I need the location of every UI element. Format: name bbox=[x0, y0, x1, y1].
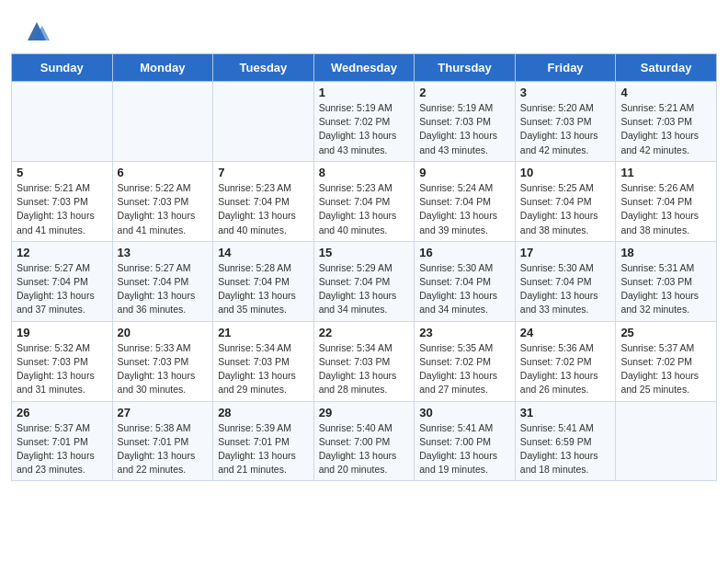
calendar-cell: 16Sunrise: 5:30 AM Sunset: 7:04 PM Dayli… bbox=[415, 241, 516, 321]
header-row: SundayMondayTuesdayWednesdayThursdayFrid… bbox=[12, 54, 717, 82]
logo bbox=[22, 17, 50, 44]
header-day-sunday: Sunday bbox=[12, 54, 113, 82]
day-number: 18 bbox=[620, 246, 711, 259]
day-number: 21 bbox=[218, 326, 309, 339]
day-number: 27 bbox=[118, 406, 209, 419]
day-number: 29 bbox=[319, 406, 410, 419]
day-info: Sunrise: 5:28 AM Sunset: 7:04 PM Dayligh… bbox=[218, 261, 309, 317]
calendar-cell bbox=[12, 82, 113, 162]
day-info: Sunrise: 5:27 AM Sunset: 7:04 PM Dayligh… bbox=[17, 261, 108, 317]
calendar-cell: 11Sunrise: 5:26 AM Sunset: 7:04 PM Dayli… bbox=[616, 161, 717, 241]
day-number: 19 bbox=[17, 326, 108, 339]
day-number: 31 bbox=[520, 406, 611, 419]
day-number: 25 bbox=[620, 326, 711, 339]
day-number: 7 bbox=[218, 166, 309, 179]
calendar-cell: 18Sunrise: 5:31 AM Sunset: 7:03 PM Dayli… bbox=[616, 241, 717, 321]
day-number: 15 bbox=[319, 246, 410, 259]
calendar-cell: 28Sunrise: 5:39 AM Sunset: 7:01 PM Dayli… bbox=[213, 401, 314, 481]
day-info: Sunrise: 5:19 AM Sunset: 7:02 PM Dayligh… bbox=[319, 101, 410, 157]
day-info: Sunrise: 5:20 AM Sunset: 7:03 PM Dayligh… bbox=[520, 101, 611, 157]
calendar-cell: 6Sunrise: 5:22 AM Sunset: 7:03 PM Daylig… bbox=[112, 161, 213, 241]
calendar-cell: 13Sunrise: 5:27 AM Sunset: 7:04 PM Dayli… bbox=[112, 241, 213, 321]
calendar-cell: 2Sunrise: 5:19 AM Sunset: 7:03 PM Daylig… bbox=[415, 82, 516, 162]
calendar-cell: 29Sunrise: 5:40 AM Sunset: 7:00 PM Dayli… bbox=[313, 401, 415, 481]
calendar-cell bbox=[213, 82, 314, 162]
calendar-week-3: 12Sunrise: 5:27 AM Sunset: 7:04 PM Dayli… bbox=[12, 241, 717, 321]
calendar-cell: 17Sunrise: 5:30 AM Sunset: 7:04 PM Dayli… bbox=[515, 241, 616, 321]
header-day-wednesday: Wednesday bbox=[313, 54, 415, 82]
day-number: 9 bbox=[419, 166, 510, 179]
calendar-wrapper: SundayMondayTuesdayWednesdayThursdayFrid… bbox=[0, 53, 728, 492]
day-number: 26 bbox=[17, 406, 108, 419]
day-number: 14 bbox=[218, 246, 309, 259]
calendar-cell bbox=[112, 82, 213, 162]
page-header bbox=[0, 0, 728, 53]
calendar-cell bbox=[616, 401, 717, 481]
logo-icon bbox=[24, 18, 50, 44]
calendar-cell: 30Sunrise: 5:41 AM Sunset: 7:00 PM Dayli… bbox=[415, 401, 516, 481]
day-number: 2 bbox=[419, 86, 510, 99]
calendar-cell: 19Sunrise: 5:32 AM Sunset: 7:03 PM Dayli… bbox=[12, 321, 113, 401]
day-number: 13 bbox=[118, 246, 209, 259]
calendar-week-4: 19Sunrise: 5:32 AM Sunset: 7:03 PM Dayli… bbox=[12, 321, 717, 401]
day-info: Sunrise: 5:26 AM Sunset: 7:04 PM Dayligh… bbox=[620, 181, 711, 237]
day-info: Sunrise: 5:41 AM Sunset: 6:59 PM Dayligh… bbox=[520, 421, 611, 477]
day-number: 22 bbox=[319, 326, 410, 339]
day-number: 24 bbox=[520, 326, 611, 339]
calendar-cell: 12Sunrise: 5:27 AM Sunset: 7:04 PM Dayli… bbox=[12, 241, 113, 321]
calendar-cell: 23Sunrise: 5:35 AM Sunset: 7:02 PM Dayli… bbox=[415, 321, 516, 401]
calendar-cell: 20Sunrise: 5:33 AM Sunset: 7:03 PM Dayli… bbox=[112, 321, 213, 401]
header-day-tuesday: Tuesday bbox=[213, 54, 314, 82]
day-info: Sunrise: 5:33 AM Sunset: 7:03 PM Dayligh… bbox=[118, 341, 209, 397]
day-info: Sunrise: 5:31 AM Sunset: 7:03 PM Dayligh… bbox=[620, 261, 711, 317]
day-number: 8 bbox=[319, 166, 410, 179]
day-info: Sunrise: 5:21 AM Sunset: 7:03 PM Dayligh… bbox=[620, 101, 711, 157]
calendar-cell: 3Sunrise: 5:20 AM Sunset: 7:03 PM Daylig… bbox=[515, 82, 616, 162]
calendar-cell: 9Sunrise: 5:24 AM Sunset: 7:04 PM Daylig… bbox=[415, 161, 516, 241]
day-number: 30 bbox=[419, 406, 510, 419]
day-info: Sunrise: 5:23 AM Sunset: 7:04 PM Dayligh… bbox=[319, 181, 410, 237]
calendar-cell: 25Sunrise: 5:37 AM Sunset: 7:02 PM Dayli… bbox=[616, 321, 717, 401]
calendar-week-5: 26Sunrise: 5:37 AM Sunset: 7:01 PM Dayli… bbox=[12, 401, 717, 481]
calendar-cell: 15Sunrise: 5:29 AM Sunset: 7:04 PM Dayli… bbox=[313, 241, 415, 321]
calendar-cell: 21Sunrise: 5:34 AM Sunset: 7:03 PM Dayli… bbox=[213, 321, 314, 401]
calendar-body: 1Sunrise: 5:19 AM Sunset: 7:02 PM Daylig… bbox=[12, 82, 717, 481]
day-info: Sunrise: 5:41 AM Sunset: 7:00 PM Dayligh… bbox=[419, 421, 510, 477]
day-info: Sunrise: 5:38 AM Sunset: 7:01 PM Dayligh… bbox=[118, 421, 209, 477]
day-info: Sunrise: 5:19 AM Sunset: 7:03 PM Dayligh… bbox=[419, 101, 510, 157]
calendar-week-2: 5Sunrise: 5:21 AM Sunset: 7:03 PM Daylig… bbox=[12, 161, 717, 241]
header-day-thursday: Thursday bbox=[415, 54, 516, 82]
calendar-cell: 4Sunrise: 5:21 AM Sunset: 7:03 PM Daylig… bbox=[616, 82, 717, 162]
calendar-cell: 8Sunrise: 5:23 AM Sunset: 7:04 PM Daylig… bbox=[313, 161, 415, 241]
day-number: 10 bbox=[520, 166, 611, 179]
day-number: 20 bbox=[118, 326, 209, 339]
day-number: 6 bbox=[118, 166, 209, 179]
day-info: Sunrise: 5:37 AM Sunset: 7:01 PM Dayligh… bbox=[17, 421, 108, 477]
header-day-saturday: Saturday bbox=[616, 54, 717, 82]
calendar-cell: 7Sunrise: 5:23 AM Sunset: 7:04 PM Daylig… bbox=[213, 161, 314, 241]
day-info: Sunrise: 5:37 AM Sunset: 7:02 PM Dayligh… bbox=[620, 341, 711, 397]
calendar-cell: 5Sunrise: 5:21 AM Sunset: 7:03 PM Daylig… bbox=[12, 161, 113, 241]
day-number: 5 bbox=[17, 166, 108, 179]
calendar-cell: 10Sunrise: 5:25 AM Sunset: 7:04 PM Dayli… bbox=[515, 161, 616, 241]
day-info: Sunrise: 5:21 AM Sunset: 7:03 PM Dayligh… bbox=[17, 181, 108, 237]
day-info: Sunrise: 5:30 AM Sunset: 7:04 PM Dayligh… bbox=[419, 261, 510, 317]
day-number: 1 bbox=[319, 86, 410, 99]
calendar-cell: 31Sunrise: 5:41 AM Sunset: 6:59 PM Dayli… bbox=[515, 401, 616, 481]
day-info: Sunrise: 5:27 AM Sunset: 7:04 PM Dayligh… bbox=[118, 261, 209, 317]
day-number: 28 bbox=[218, 406, 309, 419]
day-info: Sunrise: 5:40 AM Sunset: 7:00 PM Dayligh… bbox=[319, 421, 410, 477]
day-number: 4 bbox=[620, 86, 711, 99]
calendar-cell: 14Sunrise: 5:28 AM Sunset: 7:04 PM Dayli… bbox=[213, 241, 314, 321]
calendar-cell: 27Sunrise: 5:38 AM Sunset: 7:01 PM Dayli… bbox=[112, 401, 213, 481]
day-info: Sunrise: 5:23 AM Sunset: 7:04 PM Dayligh… bbox=[218, 181, 309, 237]
day-info: Sunrise: 5:24 AM Sunset: 7:04 PM Dayligh… bbox=[419, 181, 510, 237]
day-info: Sunrise: 5:35 AM Sunset: 7:02 PM Dayligh… bbox=[419, 341, 510, 397]
calendar-week-1: 1Sunrise: 5:19 AM Sunset: 7:02 PM Daylig… bbox=[12, 82, 717, 162]
day-number: 12 bbox=[17, 246, 108, 259]
day-info: Sunrise: 5:34 AM Sunset: 7:03 PM Dayligh… bbox=[319, 341, 410, 397]
day-info: Sunrise: 5:30 AM Sunset: 7:04 PM Dayligh… bbox=[520, 261, 611, 317]
calendar-cell: 26Sunrise: 5:37 AM Sunset: 7:01 PM Dayli… bbox=[12, 401, 113, 481]
day-info: Sunrise: 5:22 AM Sunset: 7:03 PM Dayligh… bbox=[118, 181, 209, 237]
day-info: Sunrise: 5:29 AM Sunset: 7:04 PM Dayligh… bbox=[319, 261, 410, 317]
